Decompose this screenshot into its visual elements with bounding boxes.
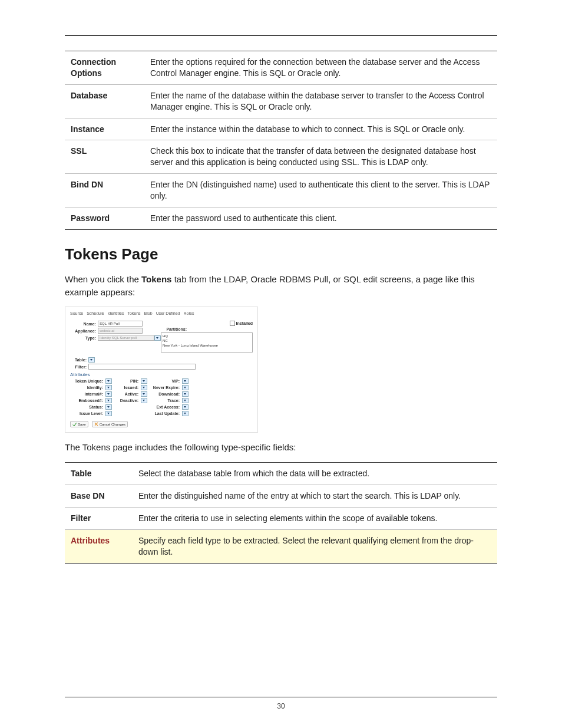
check-icon [72, 422, 77, 426]
fig-name-label: Name: [70, 322, 98, 326]
property-name: SSL [65, 140, 144, 174]
table-row: InstanceEnter the instance within the da… [65, 118, 497, 140]
page-number: 30 [0, 702, 562, 710]
property-desc: Enter the name of the database within th… [144, 84, 497, 118]
property-name: Database [65, 84, 144, 118]
attr-select[interactable] [182, 411, 189, 416]
figure-tab[interactable]: Schedule [87, 311, 104, 316]
attr-select[interactable] [182, 391, 189, 397]
intro-bold: Tokens [141, 274, 171, 284]
attr-label: Issued: [113, 386, 140, 390]
attr-label: Embossed#: [70, 398, 104, 403]
table-row: Base DNEnter the distinguished name of t… [65, 485, 497, 508]
property-desc: Enter the DN (distinguished name) used t… [144, 174, 497, 207]
property-desc: Enter the options required for the conne… [144, 51, 497, 85]
attr-label: Ext Access: [148, 405, 181, 409]
property-name: Password [65, 207, 144, 230]
property-name: Bind DN [65, 174, 144, 207]
figure-tab[interactable]: Roles [183, 311, 194, 316]
list-item[interactable]: HQ [163, 334, 251, 338]
cancel-button[interactable]: Cancel Changes [92, 421, 128, 427]
fig-appliance-label: Appliance: [70, 329, 98, 333]
figure-tab[interactable]: Source [70, 311, 83, 316]
list-item[interactable]: New York - Long Island Warehouse [163, 343, 251, 348]
attr-label: Never Expire: [148, 386, 181, 390]
attr-select[interactable] [141, 391, 147, 397]
attr-label: Active: [113, 392, 140, 396]
attr-label: Issue Level: [70, 411, 104, 416]
attr-select[interactable] [141, 398, 147, 403]
attr-label: Token Unique: [70, 379, 104, 383]
attr-select[interactable] [105, 411, 112, 416]
figure-tab[interactable]: Identities [107, 311, 124, 316]
fig-filter-input[interactable] [88, 364, 196, 370]
attr-label: VIP: [148, 379, 181, 383]
figure-tabs: SourceScheduleIdentitiesTokensBlobUser D… [70, 311, 253, 316]
table-row: DatabaseEnter the name of the database w… [65, 84, 497, 118]
save-button[interactable]: Save [70, 421, 88, 427]
attr-select[interactable] [105, 398, 112, 403]
table-row: AttributesSpecify each field type to be … [65, 529, 497, 563]
attr-label: Status: [70, 405, 104, 409]
table-row: PasswordEnter the password used to authe… [65, 207, 497, 230]
fig-type-label: Type: [70, 336, 98, 340]
attr-select[interactable] [141, 378, 147, 384]
attr-select[interactable] [105, 404, 112, 410]
attr-select[interactable] [182, 404, 189, 410]
property-desc: Select the database table from which the… [133, 463, 497, 485]
fig-attributes-heading: Attributes [70, 372, 253, 377]
property-desc: Enter the instance within the database t… [144, 118, 497, 140]
intro-paragraph: When you click the Tokens tab from the L… [65, 273, 497, 299]
fig-name-input[interactable]: SQL HR Pull [98, 321, 143, 327]
fig-partitions-listbox[interactable]: HQNCNew York - Long Island Warehouse [161, 332, 253, 353]
attr-select[interactable] [182, 378, 189, 384]
chevron-down-icon[interactable] [154, 335, 161, 341]
property-name: Table [65, 463, 133, 485]
section-heading: Tokens Page [65, 245, 497, 263]
connection-properties-table: Connection OptionsEnter the options requ… [65, 51, 497, 230]
property-desc: Enter the criteria to use in selecting e… [133, 507, 497, 529]
attr-label: Trace: [148, 398, 181, 403]
property-name: Connection Options [65, 51, 144, 85]
attr-select[interactable] [105, 378, 112, 384]
fig-type-select[interactable]: Identity SQL Server pull [98, 335, 154, 341]
property-name: Base DN [65, 485, 133, 508]
attr-label: Deactive: [113, 398, 140, 403]
fig-attributes-grid: Token Unique:PIN:VIP:Identity:Issued:Nev… [70, 378, 253, 416]
fig-appliance-input: webcloud [98, 328, 143, 334]
fig-table-label: Table: [70, 358, 88, 362]
figure-tab[interactable]: Blob [144, 311, 153, 316]
fig-filter-label: Filter: [70, 365, 88, 369]
attr-select[interactable] [105, 385, 112, 390]
property-name: Instance [65, 118, 144, 140]
attr-select[interactable] [182, 385, 189, 390]
attr-label: Internal#: [70, 392, 104, 396]
page-rule-bottom [65, 697, 497, 697]
table-row: FilterEnter the criteria to use in selec… [65, 507, 497, 529]
close-icon [94, 422, 98, 426]
attr-label: Download: [148, 392, 181, 396]
property-desc: Specify each field type to be extracted.… [133, 529, 497, 563]
list-item[interactable]: NC [163, 338, 251, 343]
attr-select[interactable] [182, 398, 189, 403]
figure-tab[interactable]: Tokens [127, 311, 140, 316]
property-name: Attributes [65, 529, 133, 563]
installed-checkbox[interactable] [230, 321, 235, 326]
attr-select[interactable] [141, 385, 147, 390]
attr-label: Last Update: [148, 411, 181, 416]
intro-text-a: When you click the [65, 274, 141, 284]
attr-label: Identity: [70, 386, 104, 390]
tokens-page-figure: SourceScheduleIdentitiesTokensBlobUser D… [65, 307, 258, 433]
attr-select[interactable] [105, 391, 112, 397]
tokens-fields-table: TableSelect the database table from whic… [65, 462, 497, 563]
table-row: TableSelect the database table from whic… [65, 463, 497, 485]
attr-label: PIN: [113, 379, 140, 383]
fig-table-select[interactable] [88, 357, 95, 363]
save-label: Save [78, 423, 86, 426]
after-figure-paragraph: The Tokens page includes the following t… [65, 441, 497, 454]
figure-tab[interactable]: User Defined [156, 311, 180, 316]
property-desc: Enter the password used to authenticate … [144, 207, 497, 230]
page-footer: 30 [0, 697, 562, 710]
table-row: Bind DNEnter the DN (distinguished name)… [65, 174, 497, 207]
page-rule-top [65, 35, 497, 36]
